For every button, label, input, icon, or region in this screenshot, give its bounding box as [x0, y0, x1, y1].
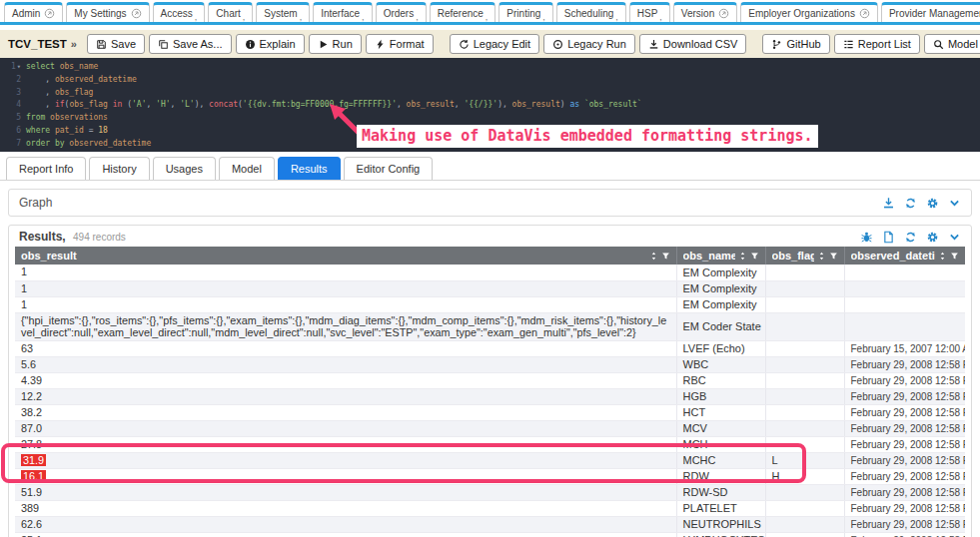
tab-results[interactable]: Results — [278, 157, 341, 180]
table-row[interactable]: 38.2HCTFebruary 29, 2008 12:58 PM — [15, 404, 965, 420]
chevron-down-icon[interactable] — [948, 197, 961, 210]
table-row[interactable]: 1EM Complexity — [15, 296, 965, 312]
table-header-row: obs_resultobs_nameobs_flagobserved_datet… — [15, 247, 965, 265]
table-row[interactable]: 25.1LYMPHOCYTESFebruary 29, 2008 12:58 P… — [15, 532, 965, 537]
cell-observed-datetime: February 29, 2008 12:58 PM — [844, 532, 965, 537]
table-row[interactable]: {"hpi_items":{},"ros_items":{},"pfs_item… — [15, 312, 965, 340]
nav-tab-employer-organizations[interactable]: Employer Organizations — [740, 2, 878, 22]
nav-tab-interface[interactable]: Interface, — [313, 2, 372, 22]
file-icon[interactable] — [882, 231, 895, 244]
legacy-edit-button[interactable]: Legacy Edit — [450, 34, 539, 54]
nav-tab-provider-management[interactable]: Provider Management — [881, 2, 980, 22]
code-token: ( — [122, 100, 132, 109]
funnel-icon[interactable] — [829, 252, 838, 261]
table-row[interactable]: 27.8MCHFebruary 29, 2008 12:58 PM — [15, 436, 965, 452]
report-name-chevron[interactable]: » — [71, 38, 77, 50]
model-button[interactable]: Model — [924, 34, 980, 54]
nav-tab-hsp[interactable]: HSP, — [629, 2, 670, 22]
gear-icon[interactable] — [926, 197, 939, 210]
nav-tab-version[interactable]: Version — [673, 2, 737, 22]
table-row[interactable]: 12.2HGBFebruary 29, 2008 12:58 PM — [15, 388, 965, 404]
legacy-run-button[interactable]: Legacy Run — [543, 34, 635, 54]
chevron-down-icon[interactable] — [948, 231, 961, 244]
fold-caret-icon[interactable]: ▾ — [17, 63, 21, 71]
line-number: 7 — [0, 138, 26, 151]
results-table-body: 1EM Complexity1EM Complexity1EM Complexi… — [15, 265, 965, 537]
nav-tab-scheduling[interactable]: Scheduling, — [556, 2, 626, 22]
table-row[interactable]: 5.6WBCFebruary 29, 2008 12:58 PM — [15, 356, 965, 372]
table-row[interactable]: 51.9RDW-SDFebruary 29, 2008 12:58 PM — [15, 484, 965, 500]
table-row[interactable]: 389PLATELETFebruary 29, 2008 12:58 PM — [15, 500, 965, 516]
sort-icon[interactable] — [738, 252, 747, 261]
table-row[interactable]: 87.0MCVFebruary 29, 2008 12:58 PM — [15, 420, 965, 436]
table-row[interactable]: 62.6NEUTROPHILSFebruary 29, 2008 12:58 P… — [15, 516, 965, 532]
format-icon — [375, 39, 386, 50]
nav-tab-system[interactable]: System, — [256, 2, 310, 22]
nav-tab-reference[interactable]: Reference, — [430, 2, 496, 22]
external-icon — [131, 8, 142, 19]
save-as-button[interactable]: Save As... — [149, 34, 232, 54]
table-row[interactable]: 4.39RBCFebruary 29, 2008 12:58 PM — [15, 372, 965, 388]
github-button[interactable]: GitHub — [762, 34, 829, 54]
code-token: obs_flag — [69, 100, 108, 109]
refresh-icon[interactable] — [904, 197, 917, 210]
report-name[interactable]: TCV_TEST — [8, 38, 67, 50]
table-row[interactable]: 16.1RDWHFebruary 29, 2008 12:58 PM — [15, 468, 965, 484]
tab-history[interactable]: History — [89, 157, 149, 180]
tab-model[interactable]: Model — [219, 157, 275, 180]
code-token: , — [171, 100, 181, 109]
cell-obs-result: 25.1 — [15, 532, 676, 537]
history-icon — [459, 39, 470, 50]
nav-tab-my-settings[interactable]: My Settings — [66, 2, 149, 22]
run-button[interactable]: Run — [309, 34, 362, 54]
report-list-button[interactable]: Report List — [834, 34, 920, 54]
nav-tab-printing[interactable]: Printing, — [498, 2, 552, 22]
save-button[interactable]: Save — [87, 34, 145, 54]
sort-icon[interactable] — [817, 252, 826, 261]
results-tab-strip: Report InfoHistoryUsagesModelResultsEdit… — [0, 152, 980, 181]
gear-icon[interactable] — [926, 231, 939, 244]
legacy-edit-button-label: Legacy Edit — [474, 38, 530, 50]
funnel-icon[interactable] — [661, 252, 670, 261]
table-row[interactable]: 63LVEF (Echo)February 15, 2007 12:00 AM — [15, 340, 965, 356]
nav-tab-orders[interactable]: Orders, — [376, 2, 427, 22]
cell-observed-datetime: February 29, 2008 12:58 PM — [844, 500, 965, 516]
cell-obs-name: MCHC — [676, 452, 765, 468]
dropdown-indicator: , — [486, 12, 489, 22]
format-button[interactable]: Format — [366, 34, 434, 54]
line-number: 1▾ — [0, 61, 26, 74]
tab-usages[interactable]: Usages — [153, 157, 216, 180]
cell-obs-result: 1 — [15, 280, 676, 296]
top-nav: AdminMy SettingsAccess,Chart,System,Inte… — [0, 0, 980, 25]
nav-tab-access[interactable]: Access, — [153, 2, 206, 22]
column-header-label: obs_name — [683, 250, 735, 262]
funnel-icon[interactable] — [750, 252, 759, 261]
table-row[interactable]: 31.9MCHCLFebruary 29, 2008 12:58 PM — [15, 452, 965, 468]
code-token: '{{dv.fmt:bg=FF0000,fg=FFFFFF}}' — [243, 100, 397, 109]
cell-obs-name: RDW-SD — [676, 484, 765, 500]
nav-tab-chart[interactable]: Chart, — [208, 2, 253, 22]
download-csv-button[interactable]: Download CSV — [639, 34, 747, 54]
tab-report-info[interactable]: Report Info — [6, 157, 86, 180]
cell-obs-name: WBC — [676, 356, 765, 372]
nav-tab-admin[interactable]: Admin — [4, 2, 63, 22]
search-icon — [933, 39, 944, 50]
external-icon — [859, 8, 870, 19]
sort-icon[interactable] — [938, 252, 947, 261]
code-token: order by — [26, 139, 65, 148]
table-row[interactable]: 1EM Complexity — [15, 280, 965, 296]
graph-panel: Graph — [8, 189, 972, 217]
table-row[interactable]: 1EM Complexity — [15, 265, 965, 280]
nav-tab-label: Version — [681, 8, 714, 19]
funnel-icon[interactable] — [950, 252, 959, 261]
nav-tab-label: My Settings — [74, 8, 126, 19]
download-icon[interactable] — [882, 197, 895, 210]
column-header-obs-flag: obs_flag — [765, 247, 844, 265]
cell-obs-name: HGB — [676, 388, 765, 404]
tab-editor-config[interactable]: Editor Config — [344, 157, 434, 180]
sort-icon[interactable] — [649, 252, 658, 261]
refresh-icon[interactable] — [904, 231, 917, 244]
explain-button[interactable]: Explain — [236, 34, 305, 54]
cell-observed-datetime — [844, 265, 965, 280]
bug-icon[interactable] — [860, 231, 873, 244]
